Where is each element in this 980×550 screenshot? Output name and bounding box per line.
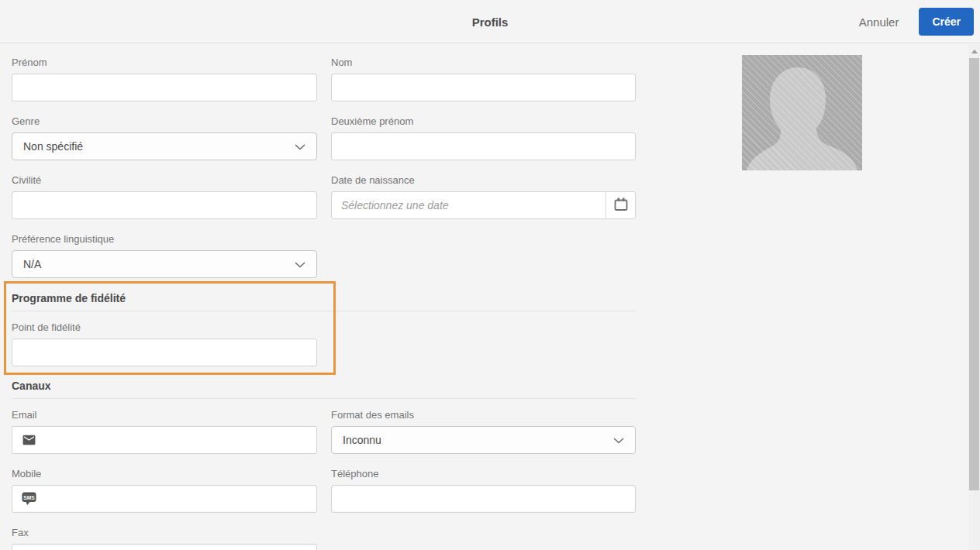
chevron-down-icon [613,434,624,446]
channels-section: Canaux Email Format des emails Inconnu [12,380,636,550]
mobile-field: SMS [12,485,317,513]
create-button[interactable]: Créer [919,8,974,36]
email-field [12,426,317,454]
language-select[interactable]: N/A [12,250,317,278]
header: Profils Annuler Créer [0,0,980,43]
salutation-input[interactable] [12,191,317,219]
salutation-label: Civilité [12,174,317,187]
loyalty-section-title: Programme de fidélité [12,293,636,304]
middle-name-input[interactable] [331,132,636,160]
last-name-label: Nom [331,57,636,69]
email-format-select[interactable]: Inconnu [331,426,636,454]
section-divider [12,311,636,311]
profile-form: Prénom Nom Genre Non spécifié Deuxième p… [12,44,636,550]
chevron-down-icon [295,140,305,153]
sms-icon: SMS [22,492,36,507]
channels-section-title: Canaux [12,380,636,392]
loyalty-points-input[interactable] [12,339,317,366]
scroll-up-icon [971,50,978,53]
fax-label: Fax [12,527,317,539]
field-phone: Téléphone [331,468,636,513]
field-last-name: Nom [331,57,636,101]
first-name-label: Prénom [12,57,317,69]
cancel-button[interactable]: Annuler [859,15,899,29]
field-loyalty-points: Point de fidélité [12,321,317,366]
birth-date-label: Date de naissance [331,174,636,187]
email-label: Email [12,409,317,421]
last-name-input[interactable] [331,74,636,101]
header-actions: Annuler Créer [859,8,974,36]
mobile-input[interactable] [12,485,317,513]
field-middle-name: Deuxième prénom [331,115,636,160]
loyalty-section: Programme de fidélité Point de fidélité [12,293,636,366]
identity-fields: Prénom Nom Genre Non spécifié Deuxième p… [12,57,636,278]
loyalty-points-label: Point de fidélité [12,321,317,334]
fax-input[interactable] [12,544,317,550]
scroll-up-button[interactable] [968,44,980,58]
channels-fields: Email Format des emails Inconnu [12,409,636,550]
email-format-selected-value: Inconnu [343,434,381,446]
email-input[interactable] [12,426,317,454]
field-salutation: Civilité [12,174,317,219]
gender-select[interactable]: Non spécifié [12,132,317,160]
field-email-format: Format des emails Inconnu [331,409,636,454]
scrollbar-thumb[interactable] [969,58,979,490]
field-fax: Fax [12,527,317,550]
field-gender: Genre Non spécifié [12,115,317,160]
first-name-input[interactable] [12,74,317,101]
avatar-silhouette-icon [742,55,862,170]
birth-date-field [331,191,636,219]
birth-date-input[interactable] [332,192,606,218]
section-divider [12,398,636,399]
email-icon [22,433,36,448]
profile-avatar [742,55,862,170]
calendar-icon [613,197,629,215]
language-selected-value: N/A [23,258,41,270]
email-format-label: Format des emails [331,409,636,421]
page-title: Profils [0,15,980,29]
gender-selected-value: Non spécifié [23,140,83,153]
language-label: Préférence linguistique [12,233,317,246]
svg-text:SMS: SMS [23,495,35,500]
phone-input[interactable] [331,485,636,513]
mobile-label: Mobile [12,468,317,480]
field-first-name: Prénom [12,57,317,101]
field-language: Préférence linguistique N/A [12,233,317,278]
field-birth-date: Date de naissance [331,174,636,219]
field-email: Email [12,409,317,454]
middle-name-label: Deuxième prénom [331,115,636,128]
vertical-scrollbar [968,44,980,550]
field-mobile: Mobile SMS [12,468,317,513]
gender-label: Genre [12,115,317,128]
chevron-down-icon [295,258,305,270]
calendar-button[interactable] [606,192,635,218]
phone-label: Téléphone [331,468,636,480]
